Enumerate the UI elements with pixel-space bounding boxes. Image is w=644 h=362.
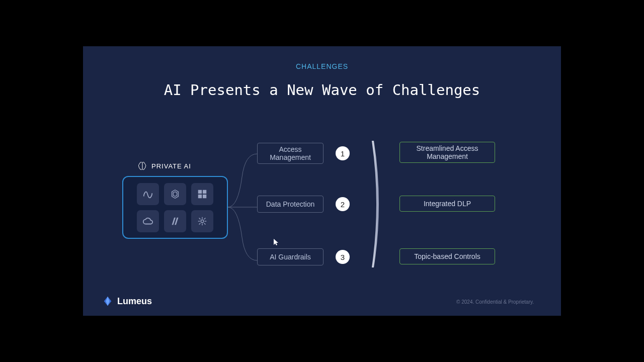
- challenge-access-management: Access Management: [257, 143, 324, 164]
- eyebrow-label: CHALLENGES: [83, 62, 561, 70]
- footer-brand-text: Lumeus: [117, 296, 152, 307]
- svg-line-12: [199, 218, 201, 219]
- anthropic-icon: [164, 210, 186, 232]
- svg-rect-4: [203, 190, 206, 193]
- connector-lines: [228, 147, 257, 267]
- challenge-ai-guardrails: AI Guardrails: [257, 248, 324, 265]
- meta-icon: [137, 183, 159, 205]
- cursor-icon: [274, 239, 279, 246]
- private-ai-header: PRIVATE AI: [137, 161, 191, 171]
- challenge-number-2: 2: [336, 197, 350, 211]
- solution-integrated-dlp: Integrated DLP: [399, 196, 495, 212]
- svg-rect-3: [198, 190, 202, 193]
- microsoft-icon: [191, 183, 213, 205]
- arrow-divider: [372, 141, 385, 267]
- svg-line-13: [204, 223, 206, 224]
- svg-marker-2: [173, 192, 177, 196]
- mistral-icon: [191, 210, 213, 232]
- svg-rect-6: [203, 194, 206, 198]
- footer-logo: Lumeus: [102, 296, 152, 307]
- footer-copyright: © 2024. Confidential & Proprietary.: [456, 299, 534, 305]
- svg-rect-5: [198, 194, 202, 198]
- slide: CHALLENGES AI Presents a New Wave of Cha…: [83, 46, 561, 316]
- lumeus-logo-icon: [102, 296, 113, 307]
- challenge-number-1: 1: [336, 146, 350, 160]
- brain-icon: [137, 161, 147, 171]
- svg-line-15: [199, 223, 201, 224]
- challenge-data-protection: Data Protection: [257, 196, 324, 213]
- private-ai-box: [122, 176, 228, 239]
- challenge-number-3: 3: [336, 250, 350, 264]
- google-cloud-icon: [137, 210, 159, 232]
- solution-streamlined-access: Streamlined Access Management: [399, 142, 495, 163]
- solution-topic-controls: Topic-based Controls: [399, 248, 495, 264]
- svg-line-14: [204, 218, 206, 219]
- slide-title: AI Presents a New Wave of Challenges: [83, 81, 561, 99]
- openai-icon: [164, 183, 186, 205]
- private-ai-text: PRIVATE AI: [151, 162, 191, 170]
- svg-marker-1: [172, 190, 179, 198]
- svg-point-7: [201, 220, 204, 223]
